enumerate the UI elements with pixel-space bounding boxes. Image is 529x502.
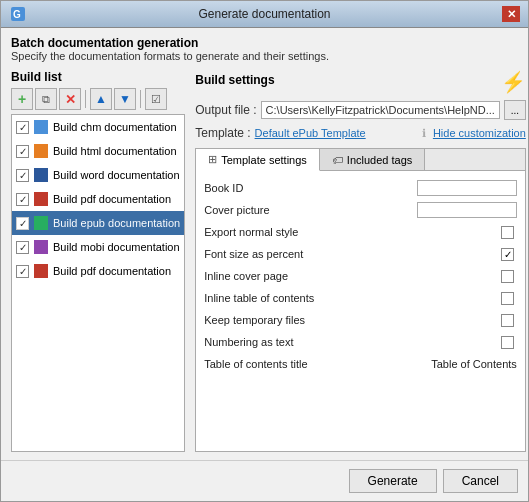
dialog-title: Generate documentation [27,7,502,21]
template-row: Template : Default ePub Template ℹ Hide … [195,126,526,140]
settings-row-inline-toc: Inline table of contents [204,287,517,309]
item-label: Build chm documentation [53,121,177,133]
item-label: Build epub documentation [53,217,180,229]
output-file-value[interactable]: C:\Users\KellyFitzpatrick\Documents\Help… [261,101,500,119]
output-file-more-button[interactable]: ... [504,100,526,120]
tab-template-settings[interactable]: ⊞ Template settings [196,149,320,171]
keep-temp-cb[interactable] [501,314,514,327]
move-down-button[interactable]: ▼ [114,88,136,110]
toolbar-separator-2 [140,90,141,108]
info-icon: ℹ [422,127,426,140]
keep-temp-checkbox[interactable] [499,311,517,329]
list-item[interactable]: ✓ Build pdf documentation [12,259,184,283]
check-mark: ✓ [19,146,27,157]
check-all-button[interactable]: ☑ [145,88,167,110]
cover-label: Cover picture [204,204,417,216]
inline-cover-cb[interactable] [501,270,514,283]
bookid-input[interactable] [417,180,517,196]
list-item-selected[interactable]: ✓ Build epub documentation [12,211,184,235]
check-mark: ✓ [19,122,27,133]
build-list-toolbar: + ⧉ ✕ ▲ ▼ [11,88,185,110]
item-checkbox[interactable]: ✓ [16,193,29,206]
list-item[interactable]: ✓ Build mobi documentation [12,235,184,259]
item-checkbox[interactable]: ✓ [16,217,29,230]
move-up-button[interactable]: ▲ [90,88,112,110]
item-checkbox[interactable]: ✓ [16,241,29,254]
delete-button[interactable]: ✕ [59,88,81,110]
batch-header-subtitle: Specify the documentation formats to gen… [11,50,518,62]
item-label: Build word documentation [53,169,180,181]
settings-row-keep-temp: Keep temporary files [204,309,517,331]
build-list-panel: Build list + ⧉ ✕ ▲ [11,70,185,452]
copy-button[interactable]: ⧉ [35,88,57,110]
numbering-checkbox[interactable] [499,333,517,351]
cancel-button[interactable]: Cancel [443,469,518,493]
settings-row-numbering: Numbering as text [204,331,517,353]
settings-row-bookid: Book ID [204,177,517,199]
list-item[interactable]: ✓ Build pdf documentation [12,187,184,211]
tabs-header: ⊞ Template settings 🏷 Included tags [196,149,525,171]
pdf2-icon [33,263,49,279]
tab-tags-label: Included tags [347,154,412,166]
chm-icon [33,119,49,135]
check-mark: ✓ [19,218,27,229]
cover-input[interactable] [417,202,517,218]
down-icon: ▼ [119,92,131,106]
item-checkbox[interactable]: ✓ [16,169,29,182]
inline-toc-cb[interactable] [501,292,514,305]
settings-row-cover: Cover picture [204,199,517,221]
toolbar-separator [85,90,86,108]
toc-title-label: Table of contents title [204,358,431,370]
settings-row-inline-cover: Inline cover page [204,265,517,287]
tab-content-template: Book ID Cover picture Export normal styl… [196,171,525,451]
html-icon [33,143,49,159]
item-checkbox[interactable]: ✓ [16,265,29,278]
tabs-container: ⊞ Template settings 🏷 Included tags Book… [195,148,526,452]
font-size-checkbox[interactable]: ✓ [499,245,517,263]
item-checkbox[interactable]: ✓ [16,121,29,134]
numbering-label: Numbering as text [204,336,499,348]
keep-temp-label: Keep temporary files [204,314,499,326]
item-label: Build pdf documentation [53,265,171,277]
settings-row-font-size: Font size as percent ✓ [204,243,517,265]
title-bar: G Generate documentation ✕ [1,1,528,28]
item-checkbox[interactable]: ✓ [16,145,29,158]
font-size-cb[interactable]: ✓ [501,248,514,261]
check-mark: ✓ [19,194,27,205]
tab-included-tags[interactable]: 🏷 Included tags [320,149,425,170]
inline-cover-label: Inline cover page [204,270,499,282]
build-list: ✓ Build chm documentation ✓ Build html d… [11,114,185,452]
pdf-icon [33,191,49,207]
list-item[interactable]: ✓ Build html documentation [12,139,184,163]
build-list-title: Build list [11,70,185,84]
hide-customization-link[interactable]: Hide customization [433,127,526,139]
template-label: Template : [195,126,250,140]
settings-row-toc-title: Table of contents title Table of Content… [204,353,517,375]
export-style-label: Export normal style [204,226,499,238]
item-label: Build html documentation [53,145,177,157]
output-file-row: Output file : C:\Users\KellyFitzpatrick\… [195,100,526,120]
export-style-checkbox[interactable] [499,223,517,241]
word-icon [33,167,49,183]
tab-template-label: Template settings [221,154,307,166]
template-link[interactable]: Default ePub Template [255,127,366,139]
copy-icon: ⧉ [42,93,50,106]
batch-header: Batch documentation generation Specify t… [11,36,518,62]
inline-cover-checkbox[interactable] [499,267,517,285]
close-button[interactable]: ✕ [502,6,520,22]
numbering-cb[interactable] [501,336,514,349]
add-button[interactable]: + [11,88,33,110]
inline-toc-label: Inline table of contents [204,292,499,304]
batch-header-title: Batch documentation generation [11,36,518,50]
list-item[interactable]: ✓ Build word documentation [12,163,184,187]
export-style-cb[interactable] [501,226,514,239]
delete-icon: ✕ [65,92,76,107]
inline-toc-checkbox[interactable] [499,289,517,307]
generate-button[interactable]: Generate [349,469,437,493]
list-item[interactable]: ✓ Build chm documentation [12,115,184,139]
mobi-icon [33,239,49,255]
output-file-label: Output file : [195,103,256,117]
generate-documentation-dialog: G Generate documentation ✕ Batch documen… [0,0,529,502]
font-size-checkmark: ✓ [504,249,512,260]
tags-tab-icon: 🏷 [332,154,343,166]
